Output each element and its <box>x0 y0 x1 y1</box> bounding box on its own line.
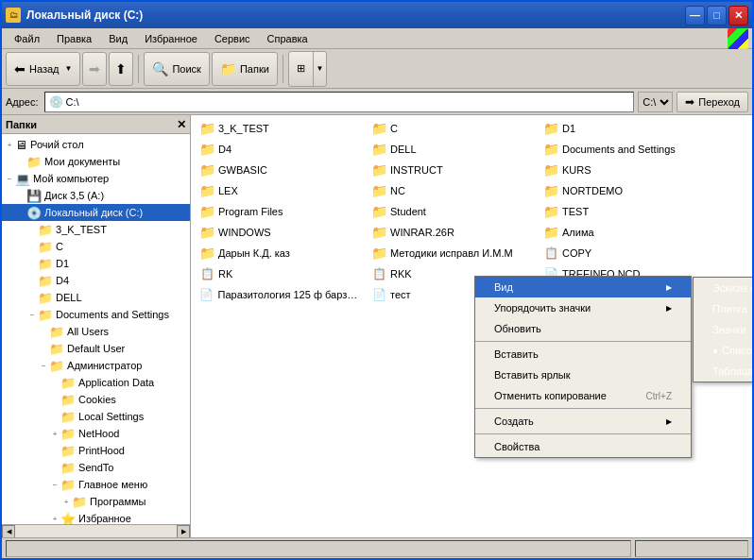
minimize-button[interactable]: — <box>685 6 705 25</box>
expand-icon[interactable]: + <box>60 498 72 506</box>
address-input[interactable]: 💿 C:\ <box>44 92 635 112</box>
search-button[interactable]: 🔍 Поиск <box>144 52 209 86</box>
ctx-sub-label: Таблица <box>712 365 752 377</box>
scroll-left-button[interactable]: ◀ <box>2 525 15 538</box>
sidebar-header: Папки ✕ <box>2 115 190 134</box>
forward-button[interactable]: ➡ <box>82 52 107 86</box>
expand-icon[interactable]: − <box>26 311 38 319</box>
address-dropdown[interactable]: C:\ <box>638 92 673 112</box>
up-button[interactable]: ⬆ <box>109 52 133 86</box>
ctx-item-paste[interactable]: Вставить <box>475 344 691 365</box>
sidebar-item-sendto[interactable]: 📁 SendTo <box>2 459 190 476</box>
expand-icon[interactable]: + <box>49 515 60 523</box>
ctx-item-refresh[interactable]: Обновить <box>475 318 691 339</box>
sidebar-item-appdata[interactable]: 📁 Application Data <box>2 374 190 391</box>
folder-icon: 📁 <box>60 376 76 390</box>
sidebar-item-localc[interactable]: − 💿 Локальный диск (C:) <box>2 204 190 221</box>
sidebar-item-dell[interactable]: 📁 DELL <box>2 289 190 306</box>
sidebar-item-mydocs[interactable]: 📁 Мои документы <box>2 153 190 170</box>
ctx-label-undo-copy: Отменить копирование <box>494 390 607 401</box>
ctx-item-paste-shortcut[interactable]: Вставить ярлык <box>475 365 691 385</box>
expand-icon[interactable]: − <box>4 175 15 183</box>
menu-favorites[interactable]: Избранное <box>136 30 206 47</box>
mycomputer-icon: 💻 <box>15 172 30 186</box>
sidebar-tree[interactable]: + 🖥 Рочий стол 📁 Мои документы − 💻 Мой к… <box>2 134 190 524</box>
sidebar-label-desktop: Рочий стол <box>30 139 84 150</box>
ctx-sub-item-list[interactable]: ● Список <box>694 340 752 361</box>
menu-help[interactable]: Справка <box>259 30 317 47</box>
sidebar-item-printhood[interactable]: 📁 PrintHood <box>2 442 190 459</box>
sidebar-item-cookies[interactable]: 📁 Cookies <box>2 391 190 408</box>
ctx-item-properties[interactable]: Свойства <box>475 436 691 457</box>
folder-icon: 📁 <box>60 393 76 407</box>
back-button[interactable]: ⬅ Назад ▼ <box>6 52 80 86</box>
sidebar-item-d4[interactable]: 📁 D4 <box>2 272 190 289</box>
menu-view[interactable]: Вид <box>100 30 136 47</box>
sidebar-item-3ktest[interactable]: 📁 3_K_TEST <box>2 221 190 238</box>
folder-icon: 📁 <box>49 342 64 356</box>
forward-arrow-icon: ➡ <box>89 61 100 76</box>
ctx-sub-item-tile[interactable]: Плитка <box>694 298 752 319</box>
folders-button[interactable]: 📁 Папки <box>212 52 278 86</box>
scroll-track[interactable] <box>15 525 177 538</box>
sidebar-item-admin[interactable]: − 📁 Администратор <box>2 357 190 374</box>
ctx-sub-label: Эскизы страниц <box>712 282 752 294</box>
sidebar-item-mycomputer[interactable]: − 💻 Мой компьютер <box>2 170 190 187</box>
ctx-sub-item-table[interactable]: Таблица <box>694 361 752 382</box>
back-dropdown-icon[interactable]: ▼ <box>65 64 73 73</box>
sidebar-item-localsettings[interactable]: 📁 Local Settings <box>2 408 190 425</box>
sidebar-label: NetHood <box>78 428 119 439</box>
sidebar-item-defuser[interactable]: 📁 Default User <box>2 340 190 357</box>
go-button[interactable]: ➡ Переход <box>677 92 748 112</box>
close-button[interactable]: ✕ <box>728 6 748 25</box>
expand-icon[interactable]: − <box>15 209 26 217</box>
sidebar-label: Default User <box>67 343 125 354</box>
scroll-right-button[interactable]: ▶ <box>177 525 190 538</box>
expand-icon[interactable]: − <box>49 481 60 489</box>
sidebar-item-docsettings[interactable]: − 📁 Documents and Settings <box>2 306 190 323</box>
sidebar-label: Local Settings <box>78 411 144 422</box>
sidebar-label-localc: Локальный диск (C:) <box>44 207 143 218</box>
up-arrow-icon: ⬆ <box>115 61 127 76</box>
ctx-sub-label: Плитка <box>712 303 747 314</box>
context-menu-overlay[interactable]: Вид ▶ Эскизы страниц Плитка Значки <box>191 115 752 537</box>
views-main-button[interactable]: ⊞ <box>289 52 313 86</box>
sidebar-item-favorites[interactable]: + ⭐ Избранное <box>2 510 190 524</box>
ctx-label-refresh: Обновить <box>494 323 541 334</box>
sidebar-item-mainmenu[interactable]: − 📁 Главное меню <box>2 476 190 493</box>
sidebar-hscrollbar[interactable]: ◀ ▶ <box>2 524 190 537</box>
ctx-item-view[interactable]: Вид ▶ Эскизы страниц Плитка Значки <box>475 277 691 297</box>
ctx-item-create[interactable]: Создать ▶ <box>475 411 691 432</box>
folders-label: Папки <box>240 63 269 75</box>
views-dropdown-button[interactable]: ▼ <box>313 52 326 86</box>
ctx-sub-item-icons[interactable]: Значки <box>694 319 752 340</box>
sidebar-item-allusers[interactable]: 📁 All Users <box>2 323 190 340</box>
toolbar-separator-1 <box>138 55 139 83</box>
ctx-label-create: Создать <box>494 416 534 427</box>
menu-tools[interactable]: Сервис <box>206 30 259 47</box>
sidebar-item-programs[interactable]: + 📁 Программы <box>2 493 190 510</box>
sidebar-item-floppy[interactable]: 💾 Диск 3,5 (A:) <box>2 187 190 204</box>
sidebar-item-d1[interactable]: 📁 D1 <box>2 255 190 272</box>
ctx-item-undo-copy[interactable]: Отменить копирование Ctrl+Z <box>475 385 691 406</box>
titlebar-buttons: — □ ✕ <box>685 6 748 25</box>
menu-edit[interactable]: Правка <box>48 30 100 47</box>
folder-icon: 📁 <box>72 495 87 509</box>
expand-icon[interactable]: + <box>49 430 60 438</box>
folder-icon: 📁 <box>60 427 76 441</box>
expand-icon[interactable]: − <box>38 362 49 370</box>
sidebar-item-desktop[interactable]: + 🖥 Рочий стол <box>2 136 190 153</box>
sidebar-item-nethood[interactable]: + 📁 NetHood <box>2 425 190 442</box>
sidebar-close-button[interactable]: ✕ <box>177 118 186 131</box>
file-list-area[interactable]: 📁 3_K_TEST 📁 C 📁 D1 📁 D4 📁 DELL <box>191 115 752 537</box>
expand-icon[interactable]: + <box>4 141 15 149</box>
address-value: C:\ <box>66 96 79 108</box>
menu-file[interactable]: Файл <box>6 30 48 47</box>
maximize-button[interactable]: □ <box>707 6 727 25</box>
window-title: Локальный диск (C:) <box>26 8 685 22</box>
ctx-sub-item-thumbnails[interactable]: Эскизы страниц <box>694 278 752 298</box>
ctx-item-sort[interactable]: Упорядочить значки ▶ <box>475 297 691 318</box>
status-left <box>6 540 631 557</box>
sidebar-item-c[interactable]: 📁 C <box>2 238 190 255</box>
address-label: Адрес: <box>6 96 39 108</box>
